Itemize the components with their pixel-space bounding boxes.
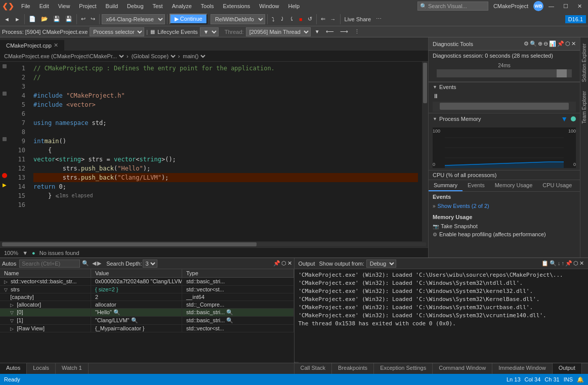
menu-window[interactable]: Window (255, 2, 283, 10)
code-lines[interactable]: // CMakeProject.cpp : Defines the entry … (29, 62, 422, 241)
events-pause-btn[interactable]: ⏸ (433, 93, 439, 100)
output-pin-btn[interactable]: 📌 (565, 260, 572, 267)
expand-2[interactable]: ▽ (4, 287, 9, 292)
show-events-row[interactable]: » Show Events (2 of 2) (433, 202, 576, 210)
menu-tools[interactable]: Tools (197, 2, 218, 10)
output-tab-exceptions[interactable]: Exception Settings (374, 363, 433, 374)
platform-dropdown[interactable]: x64-Clang-Release (102, 14, 165, 24)
thread-dropdown[interactable]: [20956] Main Thread (246, 27, 311, 36)
editor-vscroll-thumb[interactable] (423, 63, 427, 103)
thread-nav-1[interactable]: ⟵ (324, 27, 336, 36)
output-close-btn[interactable]: ✕ (579, 260, 584, 267)
diag-tab-memory[interactable]: Memory Usage (490, 180, 538, 191)
menu-extensions[interactable]: Extensions (219, 2, 255, 10)
search-val-6[interactable]: 🔍 (131, 317, 138, 323)
diag-tab-summary[interactable]: Summary (429, 180, 463, 191)
autos-pin-btn[interactable]: 📌 (273, 260, 280, 267)
search-type-6[interactable]: 🔍 (226, 317, 233, 323)
open-btn[interactable]: 📂 (39, 15, 50, 23)
output-content[interactable]: 'CMakeProject.exe' (Win32): Loaded 'C:\U… (295, 269, 589, 362)
hscroll-thumb[interactable] (2, 242, 257, 246)
breakpoint-13[interactable] (2, 173, 7, 178)
bc-scope-dropdown[interactable]: (Global Scope) (130, 53, 177, 60)
live-share-btn[interactable]: Live Share (343, 15, 373, 23)
undo-btn[interactable]: ↩ (79, 15, 88, 23)
menu-project[interactable]: Project (75, 2, 100, 10)
output-tab-immediate[interactable]: Immediate Window (492, 363, 553, 374)
autos-search-input[interactable] (19, 260, 80, 268)
diag-close-icon[interactable]: ✕ (571, 40, 576, 47)
output-toolbar-btn-4[interactable]: ↑ (562, 260, 565, 267)
events-section-header[interactable]: ▼ Events (429, 82, 580, 92)
autos-float-btn[interactable]: ⬡ (281, 260, 286, 267)
autos-tab-locals[interactable]: Locals (27, 363, 56, 374)
editor-tab-cmake[interactable]: CMakeProject.cpp ✕ (0, 40, 65, 51)
take-snapshot-label[interactable]: Take Snapshot (441, 223, 478, 229)
step-over-btn[interactable]: ⤵ (270, 15, 277, 23)
search-depth-dropdown[interactable]: 3 (143, 260, 157, 268)
filter-events-btn[interactable]: ▦ (150, 28, 155, 35)
minimize-button[interactable]: — (544, 2, 558, 10)
zoom-level[interactable]: 100% (4, 250, 18, 256)
expand-4[interactable]: ▷ (10, 303, 15, 308)
take-snapshot-action[interactable]: 📷 Take Snapshot (433, 222, 576, 230)
step-into-btn[interactable]: ⤸ (278, 15, 286, 23)
stop-btn[interactable]: ■ (297, 15, 305, 23)
bc-func-dropdown[interactable]: main() (181, 53, 207, 60)
menu-search-box[interactable]: 🔍 D16.1 Search Visual... (417, 2, 488, 11)
tab-close-btn[interactable]: ✕ (54, 42, 58, 49)
output-tab-callstack[interactable]: Call Stack (295, 363, 332, 374)
continue-button[interactable]: ▶ Continue (170, 14, 207, 24)
menu-edit[interactable]: Edit (35, 2, 53, 10)
thread-more[interactable]: ⋮ (352, 27, 362, 36)
output-tab-command[interactable]: Command Window (433, 363, 492, 374)
expand-1[interactable]: ▷ (4, 279, 9, 284)
menu-build[interactable]: Build (102, 2, 122, 10)
diag-pin-icon[interactable]: 📌 (557, 40, 564, 47)
forward-btn[interactable]: ► (13, 15, 22, 23)
redo-btn[interactable]: ↪ (89, 15, 97, 23)
output-toolbar-btn-2[interactable]: 🔍 (550, 260, 557, 267)
diag-expand-icon[interactable]: 🔍 (530, 40, 537, 47)
diag-tab-events[interactable]: Events (463, 180, 490, 191)
bc-project-dropdown[interactable]: CMakeProject.exe (CMakeProject\CMakePr..… (2, 53, 125, 60)
diag-tab-cpu[interactable]: CPU Usage (537, 180, 577, 191)
menu-test[interactable]: Test (149, 2, 167, 10)
thread-nav-2[interactable]: ⟶ (338, 27, 350, 36)
expand-5[interactable]: ▽ (10, 310, 15, 315)
menu-debug[interactable]: Debug (123, 2, 147, 10)
diag-zoom-out-icon[interactable]: ⊖ (543, 40, 548, 47)
step-back-btn[interactable]: ⇐ (319, 15, 327, 23)
menu-view[interactable]: View (54, 2, 74, 10)
diag-chart-icon[interactable]: 📊 (549, 40, 556, 47)
output-toolbar-btn-1[interactable]: 📋 (541, 260, 549, 267)
autos-tab-autos[interactable]: Autos (0, 363, 27, 374)
notification-icon[interactable]: 🔔 (577, 376, 584, 383)
solution-explorer-label[interactable]: Solution Explorer (581, 39, 587, 86)
timeline-selection[interactable] (557, 69, 567, 77)
step-out-btn[interactable]: ⤹ (287, 15, 296, 23)
hscroll-track[interactable] (2, 242, 426, 246)
show-events-label[interactable]: Show Events (2 of 2) (438, 203, 489, 209)
user-avatar[interactable]: WB (533, 1, 543, 11)
more-btn[interactable]: ⋯ (374, 15, 384, 23)
run-cursor-btn[interactable]: → (328, 15, 338, 23)
enable-heap-action[interactable]: ⚙ Enable heap profiling (affects perform… (433, 230, 576, 238)
output-toolbar-btn-3[interactable]: ↓ (558, 260, 561, 267)
team-explorer-label[interactable]: Team Explorer (581, 87, 587, 127)
nav-next-btn[interactable]: ▶ (97, 260, 101, 267)
restore-button[interactable]: ☐ (559, 2, 572, 11)
expand-7[interactable]: ▷ (10, 326, 15, 331)
diag-settings-icon[interactable]: ⚙ (524, 40, 529, 47)
diag-zoom-in-icon[interactable]: ⊕ (538, 40, 542, 47)
expand-6[interactable]: ▽ (10, 318, 15, 323)
menu-help[interactable]: Help (284, 2, 304, 10)
timeline-bar[interactable] (437, 69, 572, 77)
editor-hscroll[interactable] (0, 241, 428, 247)
output-float-btn[interactable]: ⬡ (573, 260, 578, 267)
process-dropdown[interactable]: Process selector (90, 27, 144, 36)
debug-target-dropdown[interactable]: RelWithDebInfo (211, 14, 265, 24)
menu-analyze[interactable]: Analyze (168, 2, 196, 10)
output-source-dropdown[interactable]: Debug (366, 260, 396, 268)
memory-section-header[interactable]: ▼ Process Memory ▼ (429, 113, 580, 124)
